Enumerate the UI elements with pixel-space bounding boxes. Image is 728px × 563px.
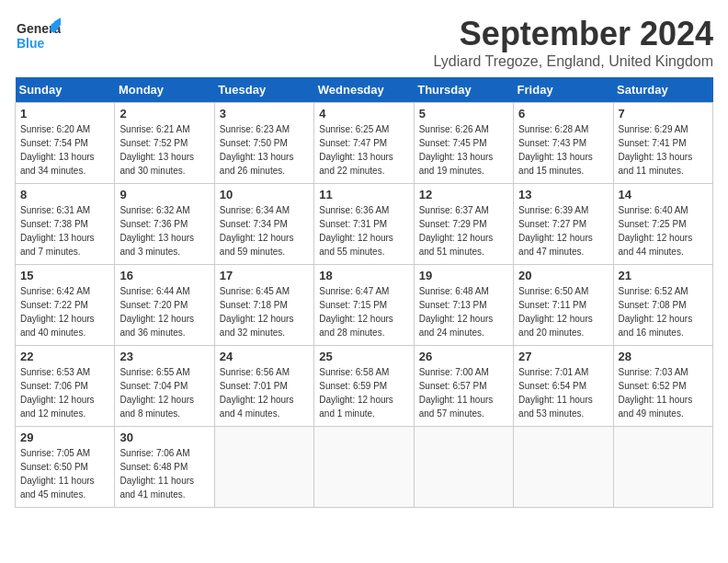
calendar-cell: 22Sunrise: 6:53 AMSunset: 7:06 PMDayligh… (16, 346, 115, 427)
day-info: Sunrise: 6:50 AMSunset: 7:11 PMDaylight:… (518, 284, 608, 339)
calendar-cell (613, 427, 712, 508)
month-title: September 2024 (434, 15, 713, 53)
title-section: September 2024 Lydiard Tregoze, England,… (434, 15, 713, 70)
calendar-cell: 2Sunrise: 6:21 AMSunset: 7:52 PMDaylight… (115, 103, 214, 184)
day-header-friday: Friday (514, 77, 613, 103)
calendar-cell: 17Sunrise: 6:45 AMSunset: 7:18 PMDayligh… (214, 265, 313, 346)
calendar-cell: 7Sunrise: 6:29 AMSunset: 7:41 PMDaylight… (613, 103, 712, 184)
calendar-cell: 11Sunrise: 6:36 AMSunset: 7:31 PMDayligh… (314, 184, 414, 265)
calendar-cell: 18Sunrise: 6:47 AMSunset: 7:15 PMDayligh… (314, 265, 414, 346)
day-header-sunday: Sunday (16, 77, 115, 103)
day-info: Sunrise: 6:47 AMSunset: 7:15 PMDaylight:… (319, 284, 408, 339)
day-number: 18 (319, 269, 408, 282)
calendar-cell (514, 427, 613, 508)
day-info: Sunrise: 6:29 AMSunset: 7:41 PMDaylight:… (619, 122, 708, 178)
location-title: Lydiard Tregoze, England, United Kingdom (434, 53, 713, 70)
day-number: 10 (220, 188, 309, 201)
day-info: Sunrise: 6:55 AMSunset: 7:04 PMDaylight:… (119, 365, 209, 420)
day-info: Sunrise: 6:34 AMSunset: 7:34 PMDaylight:… (220, 203, 309, 259)
day-number: 1 (20, 107, 109, 121)
calendar-cell: 14Sunrise: 6:40 AMSunset: 7:25 PMDayligh… (613, 184, 712, 265)
calendar-cell (314, 427, 414, 508)
day-header-tuesday: Tuesday (214, 77, 313, 103)
day-number: 19 (419, 269, 508, 282)
calendar-cell: 25Sunrise: 6:58 AMSunset: 6:59 PMDayligh… (314, 346, 414, 427)
day-info: Sunrise: 6:21 AMSunset: 7:52 PMDaylight:… (119, 122, 209, 178)
day-info: Sunrise: 6:52 AMSunset: 7:08 PMDaylight:… (619, 284, 708, 339)
day-info: Sunrise: 6:28 AMSunset: 7:43 PMDaylight:… (518, 122, 608, 178)
day-info: Sunrise: 6:56 AMSunset: 7:01 PMDaylight:… (220, 365, 309, 420)
calendar-cell: 20Sunrise: 6:50 AMSunset: 7:11 PMDayligh… (514, 265, 613, 346)
day-info: Sunrise: 6:40 AMSunset: 7:25 PMDaylight:… (619, 203, 708, 259)
calendar-cell: 6Sunrise: 6:28 AMSunset: 7:43 PMDaylight… (514, 103, 613, 184)
day-number: 13 (518, 188, 608, 201)
calendar-cell: 9Sunrise: 6:32 AMSunset: 7:36 PMDaylight… (115, 184, 214, 265)
calendar-cell: 21Sunrise: 6:52 AMSunset: 7:08 PMDayligh… (613, 265, 712, 346)
day-info: Sunrise: 7:06 AMSunset: 6:48 PMDaylight:… (119, 446, 209, 501)
day-number: 4 (319, 107, 408, 121)
day-number: 17 (220, 269, 309, 282)
day-info: Sunrise: 6:48 AMSunset: 7:13 PMDaylight:… (419, 284, 508, 339)
day-header-monday: Monday (115, 77, 214, 103)
calendar-table: SundayMondayTuesdayWednesdayThursdayFrid… (15, 77, 713, 508)
day-info: Sunrise: 7:03 AMSunset: 6:52 PMDaylight:… (619, 365, 708, 420)
day-number: 29 (20, 431, 109, 444)
calendar-cell: 19Sunrise: 6:48 AMSunset: 7:13 PMDayligh… (414, 265, 513, 346)
day-info: Sunrise: 6:32 AMSunset: 7:36 PMDaylight:… (119, 203, 209, 259)
day-number: 22 (20, 350, 109, 363)
day-info: Sunrise: 6:44 AMSunset: 7:20 PMDaylight:… (119, 284, 209, 339)
day-number: 3 (220, 107, 309, 121)
day-info: Sunrise: 6:58 AMSunset: 6:59 PMDaylight:… (319, 365, 408, 420)
day-header-thursday: Thursday (414, 77, 513, 103)
calendar-cell: 12Sunrise: 6:37 AMSunset: 7:29 PMDayligh… (414, 184, 513, 265)
logo: General Blue (15, 15, 61, 64)
calendar-cell: 5Sunrise: 6:26 AMSunset: 7:45 PMDaylight… (414, 103, 513, 184)
calendar-cell (414, 427, 513, 508)
day-info: Sunrise: 6:37 AMSunset: 7:29 PMDaylight:… (419, 203, 508, 259)
day-number: 24 (220, 350, 309, 363)
day-info: Sunrise: 6:20 AMSunset: 7:54 PMDaylight:… (20, 122, 109, 178)
day-number: 21 (619, 269, 708, 282)
calendar-cell (214, 427, 313, 508)
day-number: 14 (619, 188, 708, 201)
day-info: Sunrise: 6:31 AMSunset: 7:38 PMDaylight:… (20, 203, 109, 259)
calendar-cell: 24Sunrise: 6:56 AMSunset: 7:01 PMDayligh… (214, 346, 313, 427)
day-number: 27 (518, 350, 608, 363)
calendar-cell: 16Sunrise: 6:44 AMSunset: 7:20 PMDayligh… (115, 265, 214, 346)
calendar-cell: 1Sunrise: 6:20 AMSunset: 7:54 PMDaylight… (16, 103, 115, 184)
logo-icon: General Blue (15, 15, 61, 64)
day-number: 20 (518, 269, 608, 282)
day-info: Sunrise: 6:42 AMSunset: 7:22 PMDaylight:… (20, 284, 109, 339)
calendar-cell: 30Sunrise: 7:06 AMSunset: 6:48 PMDayligh… (115, 427, 214, 508)
calendar-cell: 3Sunrise: 6:23 AMSunset: 7:50 PMDaylight… (214, 103, 313, 184)
day-number: 7 (619, 107, 708, 121)
day-info: Sunrise: 6:53 AMSunset: 7:06 PMDaylight:… (20, 365, 109, 420)
day-info: Sunrise: 6:39 AMSunset: 7:27 PMDaylight:… (518, 203, 608, 259)
calendar-cell: 10Sunrise: 6:34 AMSunset: 7:34 PMDayligh… (214, 184, 313, 265)
header: General Blue September 2024 Lydiard Treg… (15, 15, 713, 70)
day-number: 16 (119, 269, 209, 282)
day-info: Sunrise: 7:05 AMSunset: 6:50 PMDaylight:… (20, 446, 109, 501)
day-number: 2 (119, 107, 209, 121)
day-info: Sunrise: 7:01 AMSunset: 6:54 PMDaylight:… (518, 365, 608, 420)
day-number: 9 (119, 188, 209, 201)
day-info: Sunrise: 6:25 AMSunset: 7:47 PMDaylight:… (319, 122, 408, 178)
day-number: 6 (518, 107, 608, 121)
day-header-wednesday: Wednesday (314, 77, 414, 103)
day-number: 8 (20, 188, 109, 201)
day-info: Sunrise: 6:26 AMSunset: 7:45 PMDaylight:… (419, 122, 508, 178)
calendar-cell: 8Sunrise: 6:31 AMSunset: 7:38 PMDaylight… (16, 184, 115, 265)
calendar-cell: 26Sunrise: 7:00 AMSunset: 6:57 PMDayligh… (414, 346, 513, 427)
svg-text:Blue: Blue (17, 36, 45, 51)
calendar-cell: 28Sunrise: 7:03 AMSunset: 6:52 PMDayligh… (613, 346, 712, 427)
day-info: Sunrise: 7:00 AMSunset: 6:57 PMDaylight:… (419, 365, 508, 420)
day-number: 26 (419, 350, 508, 363)
day-number: 25 (319, 350, 408, 363)
day-number: 12 (419, 188, 508, 201)
day-info: Sunrise: 6:36 AMSunset: 7:31 PMDaylight:… (319, 203, 408, 259)
day-number: 11 (319, 188, 408, 201)
calendar-cell: 23Sunrise: 6:55 AMSunset: 7:04 PMDayligh… (115, 346, 214, 427)
day-info: Sunrise: 6:45 AMSunset: 7:18 PMDaylight:… (220, 284, 309, 339)
day-number: 23 (119, 350, 209, 363)
calendar-cell: 15Sunrise: 6:42 AMSunset: 7:22 PMDayligh… (16, 265, 115, 346)
